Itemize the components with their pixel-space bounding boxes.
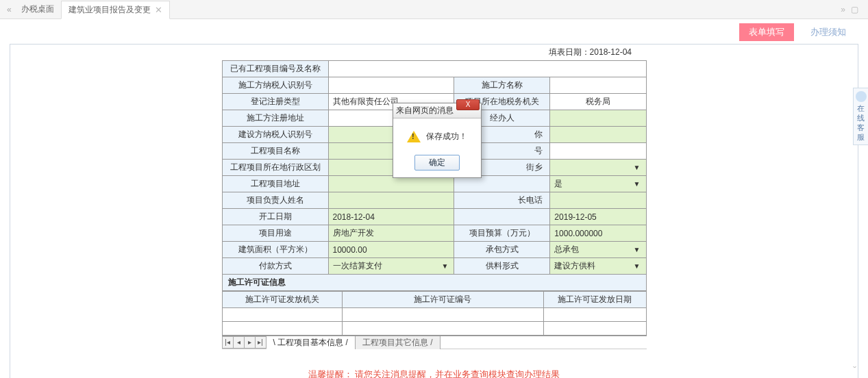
dialog-close-button[interactable]: X	[456, 99, 480, 110]
value-end-date[interactable]: 2019-12-05	[550, 209, 646, 225]
value-contractor-tax-id[interactable]	[328, 77, 454, 94]
value-manager[interactable]	[328, 192, 454, 209]
chevron-down-icon[interactable]: ▼	[634, 180, 641, 188]
value-existing-project[interactable]	[328, 61, 646, 77]
chevron-down-icon[interactable]: ▼	[634, 262, 641, 270]
value-start-date[interactable]: 2018-12-04	[328, 209, 454, 225]
close-icon[interactable]: ✕	[155, 5, 162, 15]
sheet-first-icon[interactable]: |◂	[222, 336, 233, 349]
avatar-icon	[856, 91, 867, 102]
value-pay-mode[interactable]: 一次结算支付▼	[328, 258, 454, 275]
tab-tax-desktop[interactable]: 办税桌面	[14, 1, 61, 18]
permit-col-date: 施工许可证发放日期	[543, 292, 646, 308]
table-row[interactable]	[222, 308, 646, 322]
chevron-down-icon[interactable]: ▼	[634, 164, 641, 171]
value-agent[interactable]	[550, 110, 646, 127]
value-area[interactable]: 10000.00	[328, 242, 454, 258]
label-phone-suffix: 长电话	[454, 192, 550, 209]
tab-building-project[interactable]: 建筑业项目报告及变更 ✕	[61, 1, 170, 19]
label-reg-type: 登记注册类型	[222, 94, 328, 110]
subtab-notice[interactable]: 办理须知	[801, 23, 856, 41]
save-success-dialog: 来自网页的消息 X 保存成功！ 确定	[393, 103, 482, 178]
label-contractor-tax-id: 施工方纳税人识别号	[222, 77, 328, 94]
sheet-tab-basic[interactable]: \ 工程项目基本信息 /	[266, 336, 356, 349]
value-tax-authority: 税务局	[550, 94, 646, 110]
chevron-down-icon[interactable]: ▼	[441, 262, 448, 270]
label-existing-project: 已有工程项目编号及名称	[222, 61, 328, 77]
label-contractor-name: 施工方名称	[454, 77, 550, 94]
warning-icon	[407, 131, 421, 142]
label-contractor-addr: 施工方注册地址	[222, 110, 328, 127]
online-service-widget[interactable]: 在线客服	[853, 88, 868, 145]
value-proj-no[interactable]	[550, 143, 646, 160]
permit-col-authority: 施工许可证发放机关	[222, 292, 342, 308]
value-builder[interactable]	[550, 127, 646, 143]
value-yes[interactable]: 是▼	[550, 176, 646, 192]
label-project-name: 工程项目名称	[222, 143, 328, 160]
value-phone[interactable]	[550, 192, 646, 209]
form-frame: 填表日期：2018-12-04 已有工程项目编号及名称 施工方纳税人识别号 施工…	[10, 44, 858, 378]
reminder-text: 温馨提醒： 请您关注消息提醒，并在业务查询模块查询办理结果	[10, 368, 858, 378]
label-budget: 项目预算（万元）	[454, 225, 550, 242]
sheet-tab-bar: |◂ ◂ ▸ ▸| \ 工程项目基本信息 / 工程项目其它信息 /	[222, 336, 647, 349]
label-manager: 项目负责人姓名	[222, 192, 328, 209]
dialog-ok-button[interactable]: 确定	[414, 155, 460, 171]
tabs-menu-icon[interactable]: ▢	[851, 5, 858, 14]
value-contractor-name[interactable]	[550, 77, 646, 94]
chevron-down-icon[interactable]: ▼	[634, 246, 641, 253]
table-row[interactable]	[222, 322, 646, 336]
label-area: 建筑面积（平方米）	[222, 242, 328, 258]
tabs-prev-icon[interactable]: «	[4, 5, 14, 14]
value-usage[interactable]: 房地产开发	[328, 225, 454, 242]
label-contract-mode: 承包方式	[454, 242, 550, 258]
value-supply-mode[interactable]: 建设方供料▼	[550, 258, 646, 275]
sheet-tab-other[interactable]: 工程项目其它信息 /	[356, 336, 441, 349]
value-project-addr[interactable]	[328, 176, 454, 192]
label-usage: 项目用途	[222, 225, 328, 242]
label-pay-mode: 付款方式	[222, 258, 328, 275]
label-end-date	[454, 209, 550, 225]
tabs-next-icon[interactable]: »	[841, 5, 845, 14]
sheet-last-icon[interactable]: ▸|	[255, 336, 266, 349]
subheader: 表单填写 办理须知	[0, 19, 868, 44]
label-supply-mode: 供料形式	[454, 258, 550, 275]
label-hidden1	[454, 176, 550, 192]
scroll-down-icon[interactable]: ˇ	[853, 365, 856, 376]
value-township[interactable]: ▼	[550, 160, 646, 176]
permit-col-number: 施工许可证编号	[342, 292, 543, 308]
dialog-titlebar[interactable]: 来自网页的消息 X	[393, 103, 481, 118]
permit-section-header: 施工许可证信息	[222, 275, 647, 291]
label-start-date: 开工日期	[222, 209, 328, 225]
top-tab-bar: « 办税桌面 建筑业项目报告及变更 ✕ » ▢	[0, 0, 868, 19]
sheet-next-icon[interactable]: ▸	[244, 336, 255, 349]
label-project-addr: 工程项目地址	[222, 176, 328, 192]
label-builder-tax-id: 建设方纳税人识别号	[222, 127, 328, 143]
sheet-prev-icon[interactable]: ◂	[233, 336, 244, 349]
subtab-fill-form[interactable]: 表单填写	[739, 23, 794, 41]
dialog-message: 保存成功！	[426, 131, 467, 142]
permit-table: 施工许可证发放机关 施工许可证编号 施工许可证发放日期	[222, 291, 647, 336]
value-contract-mode[interactable]: 总承包▼	[550, 242, 646, 258]
label-admin-div: 工程项目所在地行政区划	[222, 160, 328, 176]
fill-date-row: 填表日期：2018-12-04	[10, 45, 858, 60]
value-budget[interactable]: 1000.000000	[550, 225, 646, 242]
